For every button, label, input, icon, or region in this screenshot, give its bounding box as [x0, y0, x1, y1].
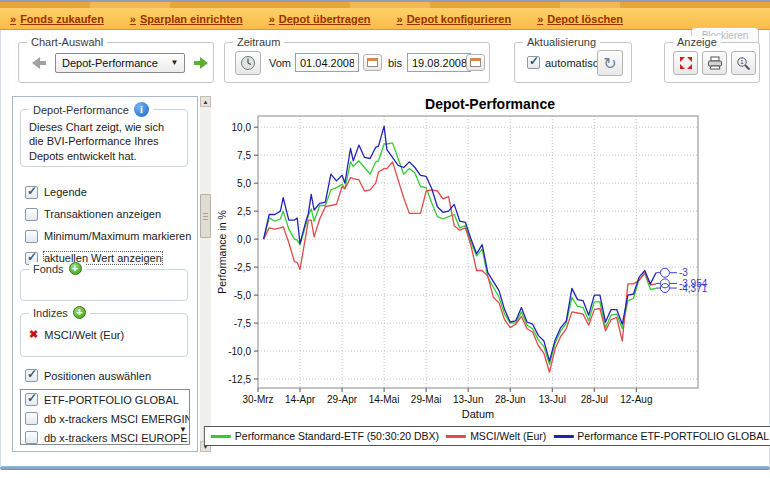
svg-text:10,0: 10,0: [232, 122, 252, 133]
svg-text:29-Apr: 29-Apr: [327, 394, 358, 405]
positionen-auswaehlen-row[interactable]: Positionen auswählen: [25, 369, 151, 382]
bis-calendar-button[interactable]: [466, 54, 485, 71]
option-legende[interactable]: Legende: [25, 183, 87, 201]
position-label: db x-trackers MSCI EUROPE TRN IN: [44, 432, 189, 444]
svg-text:2,5: 2,5: [237, 206, 251, 217]
next-chart-arrow-icon[interactable]: [193, 56, 209, 70]
chart-info-description: Dieses Chart zeigt, wie sich die BVI-Per…: [21, 110, 187, 167]
chart-panel: Depot-Performance 10,07,55,02,50,0-2,5-5…: [214, 96, 766, 452]
indizes-legend-row: Indizes: [29, 306, 90, 319]
svg-text:5,0: 5,0: [237, 178, 251, 189]
print-button[interactable]: [702, 51, 727, 75]
menu-link-sparplan-einrichten[interactable]: »Sparplan einrichten: [130, 13, 243, 25]
chart-auswahl-legend: Chart-Auswahl: [27, 36, 107, 48]
svg-text:-2,5: -2,5: [234, 262, 252, 273]
refresh-button[interactable]: ↻: [597, 50, 623, 76]
automatisch-checkbox[interactable]: [527, 56, 540, 69]
scrollbar-thumb[interactable]: [200, 194, 211, 238]
legend-marker-red: [446, 435, 466, 438]
add-fonds-icon[interactable]: [69, 262, 82, 275]
zeitraum-legend: Zeitraum: [233, 36, 284, 48]
svg-text:28-Jul: 28-Jul: [581, 394, 608, 405]
listbox-scroll-down-icon[interactable]: ▼: [179, 425, 187, 434]
clock-button[interactable]: [235, 51, 261, 75]
aktualisierung-legend: Aktualisierung: [523, 36, 600, 48]
list-item[interactable]: ETF-PORTFOLIO GLOBAL: [21, 390, 189, 409]
calendar-icon: [470, 58, 481, 67]
legend-item: MSCI/Welt (Eur): [446, 430, 546, 442]
printer-icon: [707, 56, 723, 70]
svg-text:28-Jun: 28-Jun: [495, 394, 526, 405]
window-bottom-frame: [0, 466, 770, 470]
menu-link-depot-loeschen[interactable]: »Depot löschen: [537, 13, 623, 25]
calendar-icon: [367, 58, 378, 67]
chart-options-sidebar: Depot-Performance Dieses Chart zeigt, wi…: [12, 96, 198, 452]
svg-text:-7,5: -7,5: [234, 318, 252, 329]
info-icon[interactable]: [134, 102, 149, 117]
option-label: Transaktionen anzeigen: [44, 208, 161, 220]
list-item[interactable]: db x-trackers MSCI EMERGING MARK: [21, 409, 189, 428]
bis-label: bis: [388, 57, 402, 69]
menu-link-label: Sparplan einrichten: [140, 13, 243, 25]
chart-auswahl-group: Chart-Auswahl Depot-Performance ▼: [18, 42, 214, 83]
menu-link-label: Depot konfigurieren: [407, 13, 512, 25]
position-checkbox[interactable]: [25, 393, 38, 406]
svg-text:-4,371: -4,371: [679, 283, 708, 294]
svg-text:Performance in %: Performance in %: [216, 210, 228, 293]
prev-chart-arrow-icon[interactable]: [31, 56, 47, 70]
option-transaktionen[interactable]: Transaktionen anzeigen: [25, 205, 161, 223]
scroll-up-button[interactable]: ▲: [200, 96, 211, 107]
svg-text:30-Mrz: 30-Mrz: [242, 394, 273, 405]
add-index-icon[interactable]: [73, 306, 86, 319]
aktualisierung-group: Aktualisierung automatisch ↻: [514, 42, 632, 83]
legend-item: Performance ETF-PORTFOLIO GLOBAL: [553, 430, 769, 442]
positionen-listbox: ETF-PORTFOLIO GLOBAL db x-trackers MSCI …: [20, 389, 190, 445]
menu-bullet: »: [537, 13, 543, 25]
transaktionen-checkbox[interactable]: [25, 208, 38, 221]
menu-link-fonds-zukaufen[interactable]: »Fonds zukaufen: [10, 13, 104, 25]
menu-link-label: Fonds zukaufen: [20, 13, 104, 25]
menu-link-depot-konfigurieren[interactable]: »Depot konfigurieren: [397, 13, 512, 25]
menu-link-label: Depot übertragen: [279, 13, 371, 25]
vom-label: Vom: [269, 57, 291, 69]
menu-bullet: »: [130, 13, 136, 25]
remove-index-icon[interactable]: [29, 328, 38, 341]
chart-title: Depot-Performance: [214, 96, 766, 112]
menu-link-depot-uebertragen[interactable]: »Depot übertragen: [269, 13, 371, 25]
list-item[interactable]: db x-trackers MSCI EUROPE TRN IN: [21, 428, 189, 445]
performance-line-chart: 10,07,55,02,50,0-2,5-5,0-7,5-10,0-12,530…: [214, 112, 766, 422]
refresh-icon: ↻: [603, 54, 616, 73]
sidebar-scrollbar[interactable]: ▲ ▼: [200, 96, 211, 452]
fullscreen-button[interactable]: [673, 51, 698, 75]
legende-checkbox[interactable]: [25, 186, 38, 199]
svg-text:13-Jun: 13-Jun: [453, 394, 484, 405]
bis-date-input[interactable]: [407, 53, 471, 72]
svg-text:29-Mai: 29-Mai: [411, 394, 442, 405]
menu-bullet: »: [269, 13, 275, 25]
positionen-label: Positionen auswählen: [44, 370, 151, 382]
indizes-legend: Indizes: [33, 307, 68, 319]
svg-text:-10,0: -10,0: [228, 346, 251, 357]
legend-label: MSCI/Welt (Eur): [470, 430, 546, 442]
svg-text:-12,5: -12,5: [228, 374, 251, 385]
positionen-checkbox[interactable]: [25, 369, 38, 382]
fonds-legend: Fonds: [33, 263, 64, 275]
vom-calendar-button[interactable]: [363, 54, 382, 71]
chevron-down-icon: ▼: [167, 56, 182, 70]
min-max-checkbox[interactable]: [25, 230, 38, 243]
vom-date-input[interactable]: [295, 53, 359, 72]
svg-text:13-Jul: 13-Jul: [539, 394, 566, 405]
automatisch-label: automatisch: [545, 57, 604, 69]
anzeige-group: Anzeige 1: [664, 42, 760, 83]
frame-left: [0, 30, 1, 466]
zoom-reset-button[interactable]: 1: [731, 51, 756, 75]
svg-text:14-Mai: 14-Mai: [369, 394, 400, 405]
chart-type-select[interactable]: Depot-Performance ▼: [55, 53, 185, 73]
option-label: Legende: [44, 186, 87, 198]
position-checkbox[interactable]: [25, 412, 38, 425]
chart-type-selected-value: Depot-Performance: [62, 57, 158, 69]
menu-link-label: Depot löschen: [547, 13, 623, 25]
position-checkbox[interactable]: [25, 431, 38, 444]
option-min-max[interactable]: Minimum/Maximum markieren: [25, 227, 191, 245]
svg-text:7,5: 7,5: [237, 150, 251, 161]
